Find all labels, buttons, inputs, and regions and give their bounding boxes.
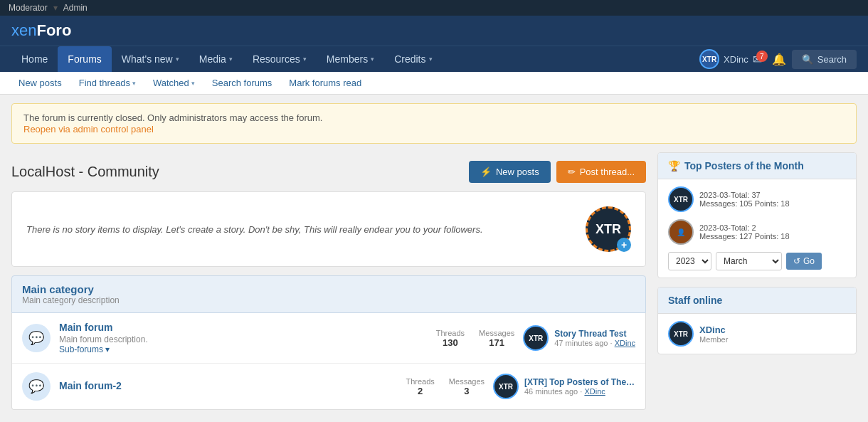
threads-count: 130: [436, 337, 465, 348]
nav-right: XTR XDinc ✉ 7 🔔 🔍 Search: [699, 49, 857, 69]
threads-count-2: 2: [406, 386, 435, 396]
page-title: LocalHost - Community: [11, 164, 159, 180]
latest-thread-title-2[interactable]: [XTR] Top Posters of The Month: [524, 377, 635, 387]
notif-badge: 7: [756, 51, 768, 62]
staff-online-body: XTR XDinc Member: [658, 314, 856, 354]
search-button[interactable]: 🔍 Search: [792, 50, 857, 69]
forum-desc: Main forum description.: [59, 334, 428, 344]
staff-name[interactable]: XDinc: [699, 325, 728, 335]
lightning-icon: ⚡: [480, 167, 492, 177]
latest-user-link[interactable]: XDinc: [615, 339, 635, 347]
user-area: XTR XDinc ✉ 7 🔔: [699, 49, 786, 69]
staff-online-widget: Staff online XTR XDinc Member: [657, 287, 857, 354]
poster-info-1: 2023-03-Total: 37 Messages: 105 Points: …: [699, 191, 790, 208]
forum-item: 💬 Main forum Main forum description. Sub…: [12, 313, 645, 364]
new-posts-button[interactable]: ⚡ New posts: [469, 161, 551, 183]
logo[interactable]: xenForo: [11, 21, 71, 40]
main-nav: Home Forums What's new ▾ Media ▾ Resourc…: [0, 46, 868, 72]
search-forums-link[interactable]: Search forums: [205, 72, 280, 94]
post-thread-button[interactable]: ✏ Post thread...: [556, 161, 646, 183]
forum-info: Main forum Main forum description. Sub-f…: [59, 322, 428, 354]
latest-meta: 47 minutes ago · XDinc: [554, 339, 635, 347]
forum-stats: Threads 130 Messages 171: [436, 329, 515, 348]
new-posts-link[interactable]: New posts: [11, 72, 69, 94]
category-header: Main category Main category description: [11, 275, 646, 313]
sub-nav: New posts Find threads ▾ Watched ▾ Searc…: [0, 72, 868, 95]
page-actions: ⚡ New posts ✏ Post thread...: [469, 161, 646, 183]
messages-stat-2: Messages 3: [449, 377, 485, 396]
forum-latest-2: XTR [XTR] Top Posters of The Month 46 mi…: [493, 374, 635, 399]
nav-resources[interactable]: Resources ▾: [243, 46, 317, 72]
forum-stats-2: Threads 2 Messages 3: [406, 377, 485, 396]
alert-link[interactable]: Reopen via admin control panel: [23, 124, 154, 134]
forum-list: 💬 Main forum Main forum description. Sub…: [11, 313, 646, 410]
latest-thread-title[interactable]: Story Thread Test: [554, 329, 635, 339]
poster-avatar-2: 👤: [668, 219, 694, 245]
bell-icon[interactable]: 🔔: [772, 53, 786, 66]
alert-message: The forum is currently closed. Only admi…: [23, 112, 845, 123]
nav-forums[interactable]: Forums: [58, 46, 111, 72]
credits-chevron: ▾: [429, 56, 433, 63]
logo-xen: xen: [11, 21, 36, 39]
messages-count-2: 3: [449, 386, 485, 396]
forum-icon: 💬: [22, 324, 51, 352]
top-posters-header: 🏆 Top Posters of the Month: [658, 153, 856, 179]
latest-meta-2: 46 minutes ago · XDinc: [524, 387, 635, 396]
media-chevron: ▾: [229, 56, 233, 63]
user-name[interactable]: XDinc: [724, 54, 748, 65]
story-avatar-container[interactable]: XTR +: [586, 206, 631, 252]
staff-info: XDinc Member: [699, 325, 728, 344]
forum-item: 💬 Main forum-2 Threads 2 Messages 3: [12, 364, 645, 409]
alert-banner: The forum is currently closed. Only admi…: [11, 103, 857, 144]
admin-label[interactable]: Admin: [63, 3, 88, 13]
user-avatar[interactable]: XTR: [699, 49, 719, 69]
main-content: LocalHost - Community ⚡ New posts ✏ Post…: [11, 152, 646, 421]
top-posters-widget: 🏆 Top Posters of the Month XTR 2023-03-T…: [657, 152, 857, 278]
sub-forums-chevron: ▾: [105, 344, 110, 354]
staff-role: Member: [699, 335, 728, 344]
top-posters-body: XTR 2023-03-Total: 37 Messages: 105 Poin…: [658, 179, 856, 278]
month-select[interactable]: JanuaryFebruaryMarchAprilMayJuneJulyAugu…: [716, 252, 782, 270]
story-text: There is no story items to display. Let'…: [26, 224, 483, 235]
forum-name-2[interactable]: Main forum-2: [59, 380, 122, 391]
latest-user-link-2[interactable]: XDinc: [584, 387, 605, 396]
poster-row-2: 👤 2023-03-Total: 2 Messages: 127 Points:…: [668, 219, 846, 245]
nav-credits[interactable]: Credits ▾: [384, 46, 442, 72]
find-threads-link[interactable]: Find threads ▾: [72, 72, 143, 94]
sidebar: 🏆 Top Posters of the Month XTR 2023-03-T…: [657, 152, 857, 421]
latest-avatar: XTR: [523, 325, 549, 351]
page-header: LocalHost - Community ⚡ New posts ✏ Post…: [11, 152, 646, 183]
forum-latest: XTR Story Thread Test 47 minutes ago · X…: [523, 325, 635, 351]
nav-media[interactable]: Media ▾: [189, 46, 243, 72]
year-select[interactable]: 2021202220232024: [668, 252, 711, 270]
watched-link[interactable]: Watched ▾: [146, 72, 202, 94]
threads-stat: Threads 130: [436, 329, 465, 348]
moderator-label[interactable]: Moderator: [9, 3, 48, 13]
notification-area: ✉ 7: [753, 53, 768, 66]
whats-new-chevron: ▾: [176, 56, 179, 63]
sub-forums-link[interactable]: Sub-forums ▾: [59, 344, 428, 354]
nav-whats-new[interactable]: What's new ▾: [112, 46, 189, 72]
content-wrapper: LocalHost - Community ⚡ New posts ✏ Post…: [0, 152, 868, 422]
date-filter: 2021202220232024 JanuaryFebruaryMarchApr…: [668, 252, 846, 270]
latest-info-2: [XTR] Top Posters of The Month 46 minute…: [524, 377, 635, 396]
poster-avatar-1: XTR: [668, 186, 694, 212]
category-title[interactable]: Main category: [22, 283, 635, 295]
latest-avatar-2: XTR: [493, 374, 519, 399]
nav-members[interactable]: Members ▾: [317, 46, 384, 72]
forum-name[interactable]: Main forum: [59, 322, 112, 333]
watched-chevron: ▾: [191, 80, 195, 87]
members-chevron: ▾: [371, 56, 374, 63]
find-threads-chevron: ▾: [132, 80, 136, 87]
mark-forums-read-link[interactable]: Mark forums read: [282, 72, 369, 94]
header: xenForo: [0, 16, 868, 46]
nav-home[interactable]: Home: [11, 46, 58, 72]
messages-stat: Messages 171: [479, 329, 514, 348]
logo-foro: Foro: [36, 21, 71, 39]
forum-info-2: Main forum-2: [59, 380, 398, 393]
trophy-icon: 🏆: [668, 160, 680, 172]
staff-online-header: Staff online: [658, 288, 856, 314]
poster-row-1: XTR 2023-03-Total: 37 Messages: 105 Poin…: [668, 186, 846, 212]
go-button[interactable]: ↺ Go: [786, 253, 822, 270]
story-add-icon: +: [617, 238, 631, 252]
